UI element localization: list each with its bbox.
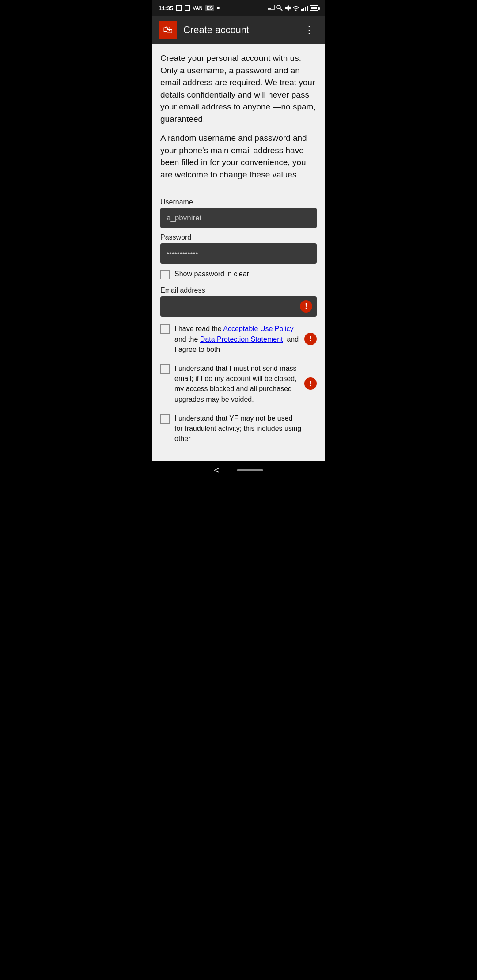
agreement-2-error-icon: ! xyxy=(304,377,317,390)
status-time-area: 11:35 VAN ES xyxy=(159,5,220,11)
nav-bar: < xyxy=(152,461,325,479)
status-icon-sq1 xyxy=(176,5,182,11)
acceptable-use-policy-link[interactable]: Acceptable Use Policy xyxy=(223,325,293,332)
main-content: Create your personal account with us. On… xyxy=(152,44,325,461)
username-input[interactable] xyxy=(160,208,317,228)
username-field-group: Username xyxy=(160,198,317,228)
page-title: Create account xyxy=(183,24,249,36)
agreement-item-1: I have read the Acceptable Use Policy an… xyxy=(160,324,317,354)
intro-paragraph-1: Create your personal account with us. On… xyxy=(160,52,317,125)
password-input[interactable] xyxy=(160,243,317,264)
agreements-section: I have read the Acceptable Use Policy an… xyxy=(160,324,317,444)
toolbar-left: 🛍 Create account xyxy=(159,21,249,39)
status-van: VAN xyxy=(193,5,202,11)
agreement-1-text: I have read the Acceptable Use Policy an… xyxy=(174,324,317,354)
toolbar: 🛍 Create account ⋮ xyxy=(152,16,325,44)
status-es: ES xyxy=(205,5,215,11)
svg-line-4 xyxy=(281,9,282,10)
mute-icon xyxy=(284,5,291,11)
cast-icon xyxy=(268,5,275,11)
agreement-1-checkbox[interactable] xyxy=(160,324,170,334)
show-password-checkbox[interactable] xyxy=(160,270,170,279)
status-dot xyxy=(217,7,220,9)
registration-form: Username Password Show password in clear… xyxy=(160,198,317,444)
agreement-item-3: I understand that YF may not be used for… xyxy=(160,413,317,444)
intro-paragraph-2: A random username and password and your … xyxy=(160,132,317,181)
password-label: Password xyxy=(160,234,317,241)
status-time: 11:35 xyxy=(159,5,173,11)
back-button[interactable]: < xyxy=(214,465,219,475)
show-password-label: Show password in clear xyxy=(174,269,317,279)
username-label: Username xyxy=(160,198,317,206)
agreement-item-2: I understand that I must not send mass e… xyxy=(160,363,317,404)
svg-point-2 xyxy=(277,5,280,9)
agreement-2-checkbox[interactable] xyxy=(160,364,170,374)
svg-point-7 xyxy=(295,10,297,11)
status-bar: 11:35 VAN ES xyxy=(152,0,325,16)
toolbar-menu-button[interactable]: ⋮ xyxy=(300,20,318,40)
email-error-icon: ! xyxy=(300,300,312,313)
email-field-group: Email address ! xyxy=(160,286,317,317)
signal-icon xyxy=(301,5,308,11)
home-pill[interactable] xyxy=(237,469,263,471)
password-field-group: Password xyxy=(160,234,317,264)
show-password-row: Show password in clear xyxy=(160,269,317,279)
battery-icon xyxy=(310,5,318,11)
agreement-2-text: I understand that I must not send mass e… xyxy=(174,363,317,404)
email-label: Email address xyxy=(160,286,317,294)
data-protection-link[interactable]: Data Protection Statement xyxy=(200,335,283,343)
wifi-icon xyxy=(292,5,299,11)
agreement-3-text: I understand that YF may not be used for… xyxy=(174,413,317,444)
agreement-3-checkbox[interactable] xyxy=(160,414,170,424)
status-icon-sq2 xyxy=(185,5,190,11)
email-input[interactable] xyxy=(160,296,317,317)
app-icon-emoji: 🛍 xyxy=(163,24,173,36)
key-icon xyxy=(276,5,283,11)
status-icons-area xyxy=(268,5,318,11)
agreement-1-error-icon: ! xyxy=(304,333,317,345)
app-icon: 🛍 xyxy=(159,21,177,39)
email-input-wrapper: ! xyxy=(160,296,317,317)
intro-section: Create your personal account with us. On… xyxy=(160,52,317,181)
